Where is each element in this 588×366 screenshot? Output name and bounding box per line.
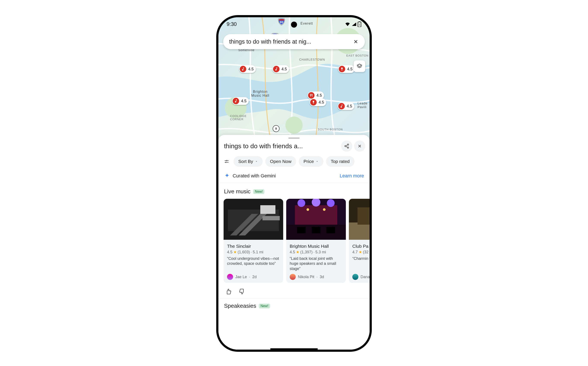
- chip-label: Price: [304, 159, 314, 164]
- layers-icon: [356, 63, 362, 69]
- thumbs-down-button[interactable]: [238, 288, 246, 295]
- thumbs-down-icon: [239, 289, 245, 295]
- chip-label: Sort By: [238, 159, 253, 164]
- place-meta: 4.7 ★ (32: [352, 250, 370, 254]
- svg-point-29: [306, 208, 309, 211]
- chevron-down-icon: [316, 160, 319, 163]
- map-pin[interactable]: 4.5: [240, 65, 256, 73]
- svg-point-12: [347, 144, 349, 145]
- close-sheet-button[interactable]: [354, 140, 365, 152]
- map-pin[interactable]: 4.5: [232, 97, 249, 105]
- search-bar[interactable]: things to do with friends at nig...: [223, 34, 365, 49]
- star-icon: ★: [359, 250, 362, 254]
- place-card[interactable]: Brighton Music Hall 4.5 ★ (1,397) · 5.3 …: [286, 199, 346, 283]
- chip-label: Top rated: [331, 159, 350, 164]
- place-quote: “Cool underground vibes—not crowded, spa…: [227, 256, 280, 271]
- map-pin[interactable]: 4.5: [308, 92, 324, 99]
- svg-point-13: [345, 145, 346, 147]
- phone-frame: 93 93 9 Everett Somerville CHARLESTOWN E…: [216, 15, 372, 352]
- place-name: Club Pa: [352, 244, 370, 249]
- new-badge: New!: [253, 189, 264, 194]
- svg-point-26: [298, 199, 305, 207]
- place-name: The Sinclair: [227, 244, 280, 249]
- star-icon: ★: [233, 250, 237, 254]
- svg-rect-15: [227, 160, 227, 161]
- svg-rect-33: [326, 227, 335, 233]
- chip-open-now[interactable]: Open Now: [265, 156, 296, 167]
- new-badge: New!: [259, 304, 270, 308]
- learn-more-link[interactable]: Learn more: [340, 173, 364, 179]
- gemini-label: Curated with Gemini: [233, 173, 337, 179]
- place-author: Jae Le·2d: [227, 274, 280, 280]
- place-quote: “Laid back local joint with huge speaker…: [290, 256, 342, 271]
- chip-price[interactable]: Price: [299, 156, 323, 167]
- sheet-handle[interactable]: [288, 137, 300, 139]
- camera-hole: [291, 22, 297, 28]
- gemini-spark-icon: [224, 173, 230, 179]
- svg-rect-31: [297, 227, 306, 233]
- place-meta: 4.5 ★ (1,603) · 5.1 mi: [227, 250, 280, 254]
- svg-rect-16: [226, 162, 226, 163]
- place-author: Dana: [352, 274, 370, 280]
- map-pin[interactable]: 4.5: [338, 65, 355, 73]
- chip-top-rated[interactable]: Top rated: [326, 156, 354, 167]
- svg-point-14: [347, 147, 349, 148]
- svg-rect-35: [349, 222, 370, 240]
- thumbs-up-button[interactable]: [224, 288, 232, 295]
- svg-rect-25: [295, 205, 337, 225]
- chevron-down-icon: [255, 160, 258, 163]
- place-card[interactable]: Club Pa 4.7 ★ (32 “Charmin the water eve…: [349, 199, 370, 283]
- map-pin[interactable]: 4.5: [310, 99, 326, 106]
- avatar: [227, 274, 233, 280]
- map-pin[interactable]: 4.5: [338, 102, 354, 110]
- close-icon: [357, 144, 362, 148]
- share-button[interactable]: [341, 140, 352, 152]
- svg-point-28: [327, 199, 335, 207]
- svg-rect-36: [358, 207, 370, 225]
- tune-icon: [224, 159, 229, 164]
- chip-label: Open Now: [270, 159, 291, 164]
- place-author: Nikola Pit·3d: [290, 274, 342, 280]
- avatar: [352, 274, 358, 280]
- filter-tune-button[interactable]: [223, 158, 230, 165]
- place-thumbnail: [224, 199, 283, 240]
- battery-icon: 1: [358, 21, 361, 27]
- svg-rect-21: [260, 205, 275, 214]
- search-query: things to do with friends at nig...: [229, 38, 348, 45]
- sheet-title: things to do with friends a...: [224, 142, 339, 150]
- place-thumbnail: [349, 199, 370, 240]
- svg-point-30: [323, 208, 326, 211]
- place-cards-row[interactable]: The Sinclair 4.5 ★ (1,603) · 5.1 mi “Coo…: [218, 198, 370, 284]
- avatar: [290, 274, 296, 280]
- route-shield-9: 9: [272, 125, 280, 132]
- close-icon: [353, 39, 359, 45]
- results-sheet[interactable]: things to do with friends a... Sort By: [218, 135, 370, 350]
- star-icon: ★: [296, 250, 299, 254]
- share-icon: [344, 144, 349, 149]
- svg-text:9: 9: [275, 127, 277, 130]
- svg-text:1: 1: [359, 23, 360, 26]
- place-thumbnail: [286, 199, 346, 240]
- map-pin[interactable]: 4.5: [273, 65, 289, 73]
- thumbs-up-icon: [225, 289, 231, 295]
- svg-rect-22: [262, 216, 280, 220]
- place-name: Brighton Music Hall: [290, 244, 342, 249]
- status-time: 9:30: [227, 21, 237, 27]
- place-card[interactable]: The Sinclair 4.5 ★ (1,603) · 5.1 mi “Coo…: [224, 199, 283, 283]
- chip-sort-by[interactable]: Sort By: [234, 156, 263, 167]
- section-title-speakeasies: Speakeasies: [224, 303, 256, 309]
- filter-chips: Sort By Open Now Price Top rated: [218, 155, 370, 170]
- home-indicator[interactable]: [270, 348, 318, 350]
- cell-icon: [352, 22, 357, 27]
- clear-search-button[interactable]: [351, 37, 361, 46]
- layers-button[interactable]: [354, 61, 365, 72]
- wifi-icon: [345, 22, 351, 27]
- svg-rect-32: [312, 227, 320, 233]
- section-title-live-music: Live music: [224, 188, 251, 195]
- place-meta: 4.5 ★ (1,397) · 5.3 mi: [290, 250, 342, 254]
- place-quote: “Charmin the water every sea: [352, 256, 370, 271]
- svg-point-2: [285, 116, 303, 134]
